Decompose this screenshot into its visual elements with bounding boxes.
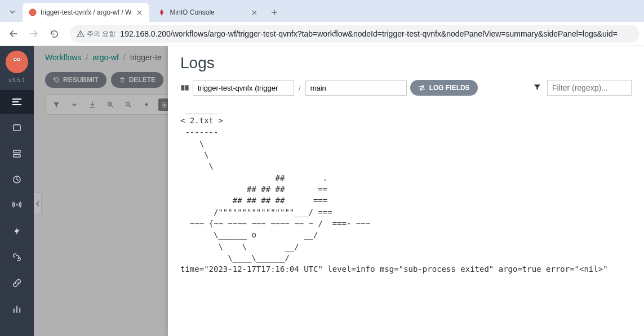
clock-icon <box>12 174 22 185</box>
reload-icon <box>50 29 59 39</box>
funnel-icon <box>533 83 541 91</box>
sidebar-item-eventflow[interactable] <box>0 245 34 269</box>
arrow-right-icon <box>29 29 39 39</box>
separator: / <box>297 84 302 92</box>
back-button[interactable] <box>5 25 23 43</box>
tab-close-button[interactable] <box>135 8 144 17</box>
reload-button[interactable] <box>45 25 63 43</box>
filter-input[interactable] <box>547 80 632 96</box>
svg-point-3 <box>13 56 21 65</box>
workflow-select[interactable] <box>193 80 294 96</box>
sidebar-item-reports[interactable] <box>0 297 34 321</box>
svg-point-0 <box>29 9 36 16</box>
logs-title: Logs <box>180 54 632 72</box>
log-fields-button[interactable]: LOG FIELDS <box>410 80 478 96</box>
browser-tab-active[interactable]: trigger-test-qvnfx / argo-wf / W <box>23 3 149 22</box>
tab-title: MinIO Console <box>170 8 246 16</box>
box-icon <box>12 123 22 133</box>
argo-favicon <box>28 8 37 17</box>
containers-icon <box>180 84 189 92</box>
sidebar-item-templates[interactable] <box>0 142 34 165</box>
security-indicator[interactable]: 주의 요함 <box>77 29 116 39</box>
swap-icon <box>418 84 426 91</box>
svg-point-12 <box>16 204 18 205</box>
bolt-icon <box>12 226 21 236</box>
close-icon <box>252 10 257 15</box>
chain-icon <box>12 278 22 288</box>
version-label: v3.5.1 <box>8 77 25 83</box>
url-text: 192.168.0.200/workflows/argo-wf/trigger-… <box>120 29 633 38</box>
logs-content: _______ < 2.txt > ------- \ \ \ ## . ## … <box>180 101 637 277</box>
broadcast-icon <box>12 200 22 210</box>
svg-point-2 <box>80 35 81 36</box>
svg-point-6 <box>15 59 16 60</box>
sidebar-item-sensors[interactable] <box>0 219 34 243</box>
browser-tab-inactive[interactable]: MinIO Console <box>152 3 264 22</box>
tab-list-dropdown[interactable] <box>5 4 20 20</box>
octopus-icon <box>8 53 25 70</box>
warning-icon <box>77 30 85 38</box>
link-icon <box>12 252 22 262</box>
tab-title: trigger-test-qvnfx / argo-wf / W <box>41 8 131 16</box>
bars-icon <box>12 304 22 314</box>
svg-rect-9 <box>14 150 20 153</box>
sidebar-item-plugins[interactable] <box>0 271 34 295</box>
new-tab-button[interactable] <box>267 5 282 20</box>
sidebar-item-cron[interactable] <box>0 168 34 191</box>
argo-logo[interactable] <box>6 51 28 73</box>
sidebar-item-workflows[interactable] <box>0 116 34 140</box>
minio-favicon <box>157 8 166 17</box>
timeline-icon <box>11 96 23 107</box>
close-icon <box>137 10 142 15</box>
svg-rect-10 <box>14 155 20 158</box>
tab-close-button[interactable] <box>250 8 259 17</box>
arrow-left-icon <box>8 29 19 39</box>
chevron-down-icon <box>9 8 16 15</box>
svg-rect-8 <box>14 125 20 131</box>
svg-point-7 <box>18 59 19 60</box>
plus-icon <box>271 9 278 16</box>
logs-panel: Logs / LOG FIELDS <box>168 46 644 336</box>
address-bar[interactable]: 주의 요함 192.168.0.200/workflows/argo-wf/tr… <box>70 25 639 43</box>
stack-icon <box>12 149 22 159</box>
app-sidebar: v3.5.1 <box>0 46 34 336</box>
log-fields-label: LOG FIELDS <box>429 84 470 92</box>
security-label: 주의 요함 <box>87 29 116 39</box>
forward-button <box>25 25 43 43</box>
svg-rect-19 <box>181 85 184 90</box>
filter-icon-button[interactable] <box>533 83 541 93</box>
container-select[interactable] <box>305 80 407 96</box>
sidebar-item-timeline[interactable] <box>0 90 34 114</box>
svg-rect-20 <box>185 85 189 90</box>
sidebar-item-events[interactable] <box>0 194 34 217</box>
